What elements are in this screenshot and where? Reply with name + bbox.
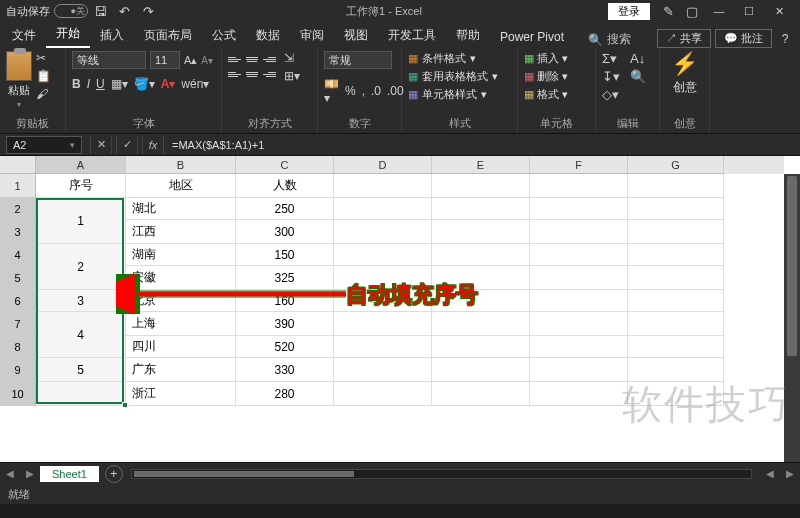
cell[interactable]	[530, 382, 628, 406]
name-box[interactable]: A2▾	[6, 136, 82, 154]
delete-cells-button[interactable]: ▦删除 ▾	[524, 69, 568, 84]
format-painter-icon[interactable]: 🖌	[36, 87, 51, 101]
ribbon-options-icon[interactable]: ▢	[683, 2, 701, 20]
merged-seq-cell[interactable]: 5	[36, 358, 126, 382]
cell[interactable]	[334, 174, 432, 198]
cell[interactable]: 上海	[126, 312, 236, 336]
wrap-text-icon[interactable]: ⇲	[284, 51, 300, 65]
tab-formulas[interactable]: 公式	[202, 23, 246, 48]
cell[interactable]	[530, 358, 628, 382]
conditional-format-button[interactable]: ▦条件格式▾	[408, 51, 498, 66]
align-buttons[interactable]	[228, 54, 276, 81]
cell[interactable]	[628, 358, 724, 382]
clear-icon[interactable]: ◇▾	[602, 87, 620, 102]
close-button[interactable]: ✕	[764, 2, 794, 20]
col-header-B[interactable]: B	[126, 156, 236, 174]
cell[interactable]	[334, 220, 432, 244]
cell[interactable]	[628, 220, 724, 244]
help-icon[interactable]: ?	[776, 30, 794, 48]
tab-file[interactable]: 文件	[2, 23, 46, 48]
column-headers[interactable]: ABCDEFG	[36, 156, 784, 174]
cell[interactable]	[334, 382, 432, 406]
cell[interactable]: 250	[236, 198, 334, 220]
merged-seq-cell[interactable]: 4	[36, 312, 126, 358]
undo-icon[interactable]: ↶	[115, 2, 133, 20]
cell[interactable]: 江西	[126, 220, 236, 244]
minimize-button[interactable]: —	[704, 2, 734, 20]
table-format-button[interactable]: ▦套用表格格式▾	[408, 69, 498, 84]
tab-help[interactable]: 帮助	[446, 23, 490, 48]
sheet-tab[interactable]: Sheet1	[40, 466, 99, 482]
row-headers[interactable]: 12345678910	[0, 174, 36, 406]
cell[interactable]	[432, 220, 530, 244]
cell[interactable]: 安徽	[126, 266, 236, 290]
cell[interactable]	[334, 290, 432, 312]
cell[interactable]	[530, 198, 628, 220]
cell-style-button[interactable]: ▦单元格样式▾	[408, 87, 498, 102]
font-name-select[interactable]: 等线	[72, 51, 146, 69]
tab-review[interactable]: 审阅	[290, 23, 334, 48]
cell[interactable]: 地区	[126, 174, 236, 198]
share-button[interactable]: ↗ 共享	[657, 29, 711, 48]
cell[interactable]	[628, 198, 724, 220]
border-button[interactable]: ▦▾	[111, 77, 128, 91]
fill-handle[interactable]	[122, 402, 128, 408]
cell[interactable]	[334, 244, 432, 266]
cell[interactable]	[334, 312, 432, 336]
cell[interactable]	[530, 312, 628, 336]
bold-button[interactable]: B	[72, 77, 81, 91]
comments-button[interactable]: 💬 批注	[715, 29, 772, 48]
col-header-A[interactable]: A	[36, 156, 126, 174]
cell[interactable]	[628, 290, 724, 312]
horizontal-scrollbar[interactable]	[131, 469, 752, 479]
cell[interactable]: 北京	[126, 290, 236, 312]
cell[interactable]	[432, 382, 530, 406]
cell[interactable]: 280	[236, 382, 334, 406]
redo-icon[interactable]: ↷	[139, 2, 157, 20]
cell[interactable]	[530, 290, 628, 312]
cell[interactable]	[36, 382, 126, 406]
autosave-toggle[interactable]: 自动保存 ● 关	[6, 4, 88, 19]
sort-filter-icon[interactable]: A↓	[630, 51, 646, 66]
col-header-F[interactable]: F	[530, 156, 628, 174]
cell[interactable]	[334, 198, 432, 220]
tab-layout[interactable]: 页面布局	[134, 23, 202, 48]
row-header-2[interactable]: 2	[0, 198, 36, 220]
cell[interactable]	[628, 312, 724, 336]
tab-data[interactable]: 数据	[246, 23, 290, 48]
cell[interactable]	[530, 220, 628, 244]
tab-home[interactable]: 开始	[46, 21, 90, 48]
cell[interactable]: 人数	[236, 174, 334, 198]
find-select-icon[interactable]: 🔍	[630, 69, 646, 84]
autosum-icon[interactable]: Σ▾	[602, 51, 620, 66]
cell[interactable]	[432, 198, 530, 220]
cancel-formula-icon[interactable]: ✕	[90, 136, 112, 154]
cell[interactable]	[432, 266, 530, 290]
tab-view[interactable]: 视图	[334, 23, 378, 48]
cell[interactable]: 520	[236, 336, 334, 358]
row-header-1[interactable]: 1	[0, 174, 36, 198]
cell[interactable]	[432, 244, 530, 266]
cut-icon[interactable]: ✂	[36, 51, 51, 65]
paste-button[interactable]: 粘贴 ▾	[6, 51, 32, 109]
merged-seq-cell[interactable]: 1	[36, 198, 126, 244]
cell[interactable]: 390	[236, 312, 334, 336]
underline-button[interactable]: U	[96, 77, 105, 91]
cell[interactable]: 广东	[126, 358, 236, 382]
merged-seq-cell[interactable]: 2	[36, 244, 126, 290]
tab-insert[interactable]: 插入	[90, 23, 134, 48]
merged-seq-cell[interactable]: 3	[36, 290, 126, 312]
col-header-C[interactable]: C	[236, 156, 334, 174]
cell[interactable]	[530, 244, 628, 266]
cell[interactable]	[628, 266, 724, 290]
cell[interactable]	[530, 266, 628, 290]
cell[interactable]	[334, 358, 432, 382]
col-header-E[interactable]: E	[432, 156, 530, 174]
col-header-G[interactable]: G	[628, 156, 724, 174]
formula-input[interactable]: =MAX($A$1:A1)+1	[166, 136, 800, 154]
tab-power-pivot[interactable]: Power Pivot	[490, 26, 574, 48]
enter-formula-icon[interactable]: ✓	[116, 136, 138, 154]
spreadsheet-grid[interactable]: ABCDEFG 12345678910 序号地区人数湖北250江西300湖南15…	[0, 156, 800, 462]
col-header-D[interactable]: D	[334, 156, 432, 174]
comma-icon[interactable]: ,	[362, 77, 365, 105]
